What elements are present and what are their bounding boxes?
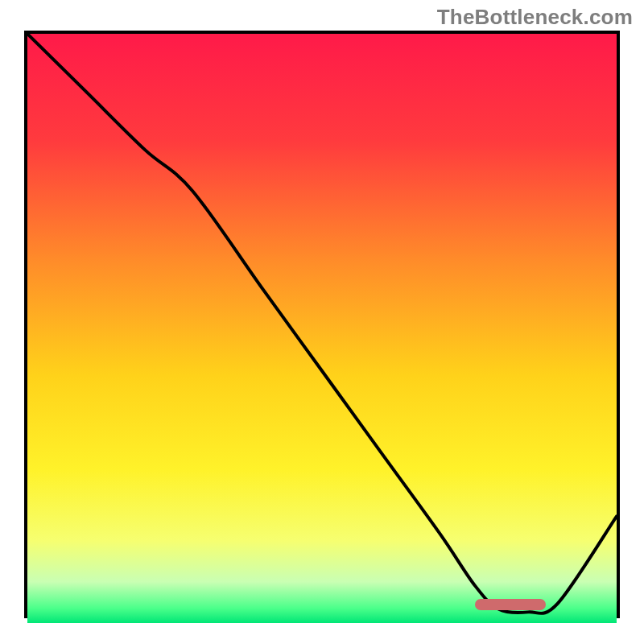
attribution-watermark: TheBottleneck.com (437, 5, 633, 30)
bottleneck-curve (27, 34, 617, 615)
stage: TheBottleneck.com (0, 0, 644, 644)
chart-frame (24, 31, 620, 618)
plot-area (27, 34, 617, 615)
optimal-range-indicator (475, 599, 546, 610)
